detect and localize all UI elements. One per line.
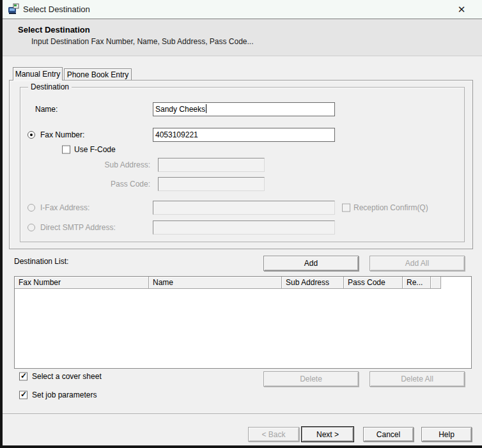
- ifax-radio: [27, 204, 35, 212]
- sub-address-row: Sub Address:: [20, 158, 464, 172]
- page-subtitle: Input Destination Fax Number, Name, Sub …: [31, 37, 254, 46]
- ifax-input: [153, 201, 335, 215]
- smtp-row: Direct SMTP Address:: [20, 220, 464, 235]
- page-title: Select Destination: [18, 25, 90, 35]
- reception-confirm-label: Reception Confirm(Q): [354, 203, 428, 212]
- sub-address-label: Sub Address:: [20, 160, 150, 169]
- destination-list-label: Destination List:: [14, 257, 68, 266]
- sub-address-input: [158, 158, 265, 172]
- pass-code-label: Pass Code:: [20, 180, 150, 189]
- smtp-radio: [27, 224, 35, 231]
- name-input[interactable]: Sandy Cheeks: [153, 102, 335, 116]
- add-all-button: Add All: [369, 256, 465, 271]
- close-icon[interactable]: ✕: [451, 2, 472, 17]
- name-label: Name:: [35, 105, 58, 114]
- tab-manual-entry[interactable]: Manual Entry: [13, 67, 63, 81]
- cover-sheet-label: Select a cover sheet: [32, 372, 102, 381]
- cover-sheet-row: Select a cover sheet: [3, 371, 258, 382]
- reception-confirm-checkbox: [342, 204, 350, 212]
- ifax-row: I-Fax Address: Reception Confirm(Q): [20, 201, 464, 215]
- back-button: < Back: [248, 427, 299, 442]
- fax-number-input[interactable]: 4053109221: [153, 128, 335, 142]
- column-header-stub: [431, 277, 441, 289]
- name-value: Sandy Cheeks: [155, 105, 205, 114]
- table-header-row: Fax Number Name Sub Address Pass Code Re…: [15, 277, 471, 289]
- help-button[interactable]: Help: [421, 427, 472, 442]
- select-destination-dialog: Select Destination ✕ Select Destination …: [3, 0, 482, 445]
- use-fcode-label: Use F-Code: [74, 145, 116, 154]
- job-params-label: Set job parameters: [32, 390, 97, 399]
- smtp-label: Direct SMTP Address:: [40, 223, 116, 232]
- next-button[interactable]: Next >: [302, 427, 354, 442]
- smtp-input: [153, 220, 335, 235]
- add-button[interactable]: Add: [263, 256, 359, 271]
- destination-groupbox: Destination Name: Sandy Cheeks Fax Numbe…: [20, 87, 465, 242]
- column-header-name[interactable]: Name: [149, 277, 282, 289]
- cancel-button[interactable]: Cancel: [363, 427, 414, 442]
- fax-number-label: Fax Number:: [40, 130, 84, 139]
- job-params-checkbox[interactable]: [19, 391, 27, 399]
- delete-all-button: Delete All: [369, 371, 465, 387]
- text-caret: [206, 104, 206, 113]
- destination-group-legend: Destination: [28, 82, 72, 91]
- use-fcode-row: Use F-Code: [20, 144, 464, 155]
- fax-number-row: Fax Number: 4053109221: [20, 128, 464, 142]
- job-params-row: Set job parameters: [3, 390, 258, 400]
- tab-phone-book-entry[interactable]: Phone Book Entry: [64, 68, 132, 81]
- pass-code-row: Pass Code:: [20, 177, 464, 191]
- ifax-label: I-Fax Address:: [40, 203, 89, 212]
- delete-button: Delete: [263, 371, 359, 387]
- column-header-sub-address[interactable]: Sub Address: [282, 277, 344, 289]
- app-icon: [8, 3, 20, 18]
- pass-code-input: [158, 177, 265, 191]
- footer-separator: [3, 413, 482, 415]
- name-row: Name: Sandy Cheeks: [20, 102, 464, 116]
- wizard-header: Select Destination Input Destination Fax…: [3, 19, 482, 56]
- cover-sheet-checkbox[interactable]: [19, 373, 27, 381]
- window-title: Select Destination: [23, 4, 90, 14]
- manual-entry-panel: Destination Name: Sandy Cheeks Fax Numbe…: [9, 80, 473, 249]
- column-header-fax-number[interactable]: Fax Number: [15, 277, 149, 289]
- destination-list-table[interactable]: Fax Number Name Sub Address Pass Code Re…: [14, 276, 472, 369]
- titlebar: Select Destination ✕: [3, 0, 482, 19]
- use-fcode-checkbox[interactable]: [62, 145, 70, 153]
- column-header-re[interactable]: Re...: [403, 277, 431, 289]
- column-header-pass-code[interactable]: Pass Code: [344, 277, 403, 289]
- fax-number-radio[interactable]: [27, 131, 35, 139]
